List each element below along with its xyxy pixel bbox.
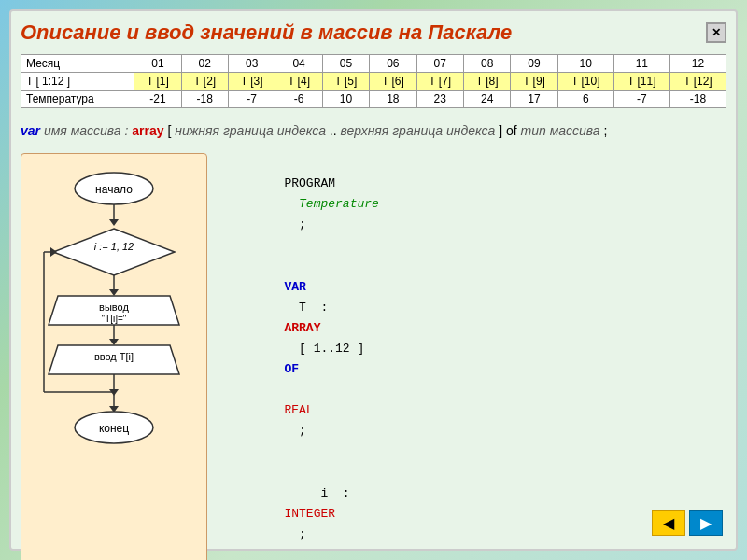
code-line-1: PROGRAM Temperature ; xyxy=(226,153,726,256)
nav-buttons: ◀ ▶ xyxy=(652,510,723,536)
type-label: тип массива xyxy=(517,123,600,138)
close-button[interactable]: ✕ xyxy=(706,22,726,43)
code-block: PROGRAM Temperature ; VAR T : ARRAY [ 1.… xyxy=(226,153,726,560)
forward-icon: ▶ xyxy=(700,514,712,532)
forward-button[interactable]: ▶ xyxy=(689,510,723,536)
svg-text:i := 1, 12: i := 1, 12 xyxy=(94,241,134,252)
array-keyword: array xyxy=(132,123,163,138)
svg-marker-3 xyxy=(109,219,119,226)
svg-text:конец: конец xyxy=(99,422,129,435)
title-bar: Описание и ввод значений в массив на Пас… xyxy=(21,21,726,45)
syntax-declaration: var имя массива : array [ нижняя граница… xyxy=(21,119,726,142)
svg-marker-12 xyxy=(109,339,119,345)
flowchart: начало i := 1, 12 вывод "T[i]=" xyxy=(21,153,207,560)
table-row-array: T [ 1:12 ] T [1] T [2] T [3] T [4] T [5]… xyxy=(21,73,726,91)
svg-text:"T[i]=": "T[i]=" xyxy=(102,314,127,324)
back-icon: ◀ xyxy=(663,514,674,532)
upper-bound-label: верхняя граница индекса xyxy=(337,123,496,138)
col-month: Месяц xyxy=(21,55,134,73)
svg-text:вывод: вывод xyxy=(99,301,129,313)
var-keyword: var xyxy=(21,123,40,138)
flowchart-svg: начало i := 1, 12 вывод "T[i]=" xyxy=(30,168,198,467)
code-line-2: VAR T : ARRAY [ 1..12 ] OF REAL ; xyxy=(226,256,726,462)
var-label: имя массива : xyxy=(40,123,128,138)
content-area: начало i := 1, 12 вывод "T[i]=" xyxy=(21,153,726,560)
data-table: Месяц 01 02 03 04 05 06 07 08 09 10 11 1… xyxy=(21,54,726,108)
svg-text:ввод  T[i]: ввод T[i] xyxy=(94,351,134,362)
svg-marker-20 xyxy=(50,247,57,257)
lower-bound-label: нижняя граница индекса xyxy=(171,123,326,138)
page-title: Описание и ввод значений в массив на Пас… xyxy=(21,21,512,45)
table-row-header: Месяц 01 02 03 04 05 06 07 08 09 10 11 1… xyxy=(21,55,726,73)
svg-marker-4 xyxy=(53,229,175,275)
svg-marker-7 xyxy=(109,289,119,296)
back-button[interactable]: ◀ xyxy=(652,510,685,536)
table-row-temp: Температура -21 -18 -7 -6 10 18 23 24 17… xyxy=(21,91,726,108)
svg-text:начало: начало xyxy=(95,183,133,196)
of-keyword: of xyxy=(506,123,517,138)
